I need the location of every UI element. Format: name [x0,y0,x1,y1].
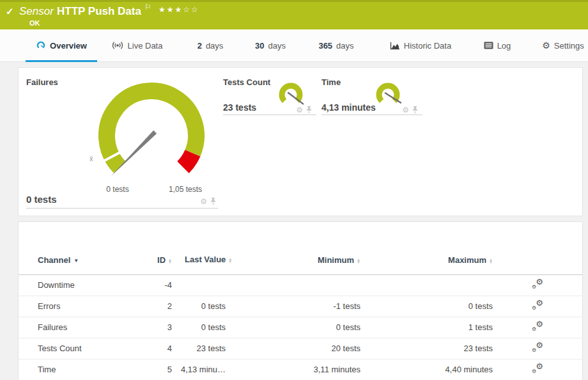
tab-historic-data[interactable]: Historic Data [386,29,455,61]
channel-settings-icon[interactable]: ⚙⚙ [532,300,543,310]
tab-label: Settings [554,41,584,51]
cell-maximum: 4,40 minutes [360,359,493,380]
col-header-channel[interactable]: Channel▼ [19,246,130,274]
gauge-settings-icon[interactable]: ⚙ [200,198,207,205]
col-header-minimum[interactable]: Minimum▲▼ [226,246,360,274]
tab-label: Overview [50,41,87,51]
pin-icon[interactable] [412,106,419,114]
col-label: ID [157,255,166,265]
tab-label: days [206,41,223,51]
tab-30-days[interactable]: 30 days [251,29,290,61]
sensor-header: ✓ Sensor HTTP Push Data ⚐ ★★★☆☆ OK [0,0,588,29]
time-gauge-chart [374,81,402,109]
cell-minimum: -1 tests [226,296,360,317]
col-header-maximum[interactable]: Maximum▲▼ [360,246,493,274]
cell-minimum: 20 tests [226,338,360,359]
cell-last-value [172,274,226,296]
status-badge: OK [29,19,40,27]
pin-icon[interactable] [210,197,217,205]
cell-id: 3 [130,317,172,338]
content-area: Failures x̄ 0 tests 1,05 tests 0 tests ⚙… [0,62,588,380]
priority-stars[interactable]: ★★★☆☆ [159,5,199,14]
cell-channel: Tests Count [19,338,130,359]
channel-settings-icon[interactable]: ⚙⚙ [532,321,543,331]
gauge-title: Tests Count [223,77,270,87]
tab-label: Log [497,41,511,51]
tab-365-days[interactable]: 365 days [314,29,358,61]
gear-icon: ⚙ [542,41,550,50]
cell-id: 2 [130,296,172,317]
tab-settings[interactable]: ⚙ Settings [542,29,584,61]
table-row: Failures 3 0 tests 0 tests 1 tests ⚙⚙ [19,317,582,338]
gauge-failures: Failures x̄ 0 tests 1,05 tests 0 tests ⚙ [26,75,218,209]
log-icon [484,42,493,49]
cell-maximum: 0 tests [360,296,493,317]
table-row: Tests Count 4 23 tests 20 tests 23 tests… [19,338,582,359]
broadcast-icon [111,41,124,50]
gauge-value: 23 tests [223,102,256,113]
gauge-settings-icon[interactable]: ⚙ [402,106,409,114]
col-label: Channel [38,255,70,265]
col-label: Minimum [318,255,354,265]
tab-2-days[interactable]: 2 days [192,29,229,61]
gauge-value: 0 tests [26,194,57,205]
col-header-id[interactable]: ID▲▼ [130,246,172,274]
gauge-time: Time 4,13 minutes ⚙ [321,75,422,115]
status-check-icon: ✓ [6,6,14,17]
channels-table: Channel▼ ID▲▼ Last Value▲▼ Minimum▲▼ Max… [19,246,582,380]
col-label: Last Value [185,255,226,264]
cell-maximum: 23 tests [360,338,493,359]
cell-maximum: 1 tests [360,317,493,338]
tab-label: Live Data [128,41,163,51]
sort-icon: ▲▼ [489,258,493,264]
chart-icon [390,42,400,50]
cell-minimum: 3,11 minutes [226,359,360,380]
channels-panel: Channel▼ ID▲▼ Last Value▲▼ Minimum▲▼ Max… [18,221,583,380]
gauge-icon [36,40,46,51]
sort-icon: ▲▼ [228,258,232,263]
tab-live-data[interactable]: Live Data [107,29,166,61]
cell-last-value: 23 tests [172,338,226,359]
gauge-value: 4,13 minutes [321,102,376,113]
tab-log[interactable]: Log [481,29,514,61]
pin-icon[interactable] [306,106,313,114]
table-header-row: Channel▼ ID▲▼ Last Value▲▼ Minimum▲▼ Max… [19,246,582,274]
channel-settings-icon[interactable]: ⚙⚙ [532,279,543,289]
cell-minimum [226,274,360,296]
tab-label: days [336,41,353,51]
failures-gauge-chart [98,82,205,189]
table-row: Time 5 4,13 minu… 3,11 minutes 4,40 minu… [19,359,582,380]
cell-channel: Downtime [19,274,130,296]
gauge-tests-count: Tests Count 23 tests ⚙ [223,75,316,115]
sort-icon: ▲▼ [357,258,360,264]
cell-maximum [360,274,493,296]
tab-number: 365 [318,41,332,51]
tests-count-gauge-chart [277,81,305,109]
cell-id: 4 [130,338,172,359]
flag-icon[interactable]: ⚐ [144,3,151,12]
cell-id: -4 [130,274,172,296]
gauge-settings-icon[interactable]: ⚙ [296,106,303,114]
page-title: HTTP Push Data [57,5,141,18]
gauge-scale-min: 0 tests [95,185,140,194]
cell-channel: Failures [19,317,130,338]
gauge-scale-max: 1,05 tests [162,185,209,194]
channel-settings-icon[interactable]: ⚙⚙ [532,342,543,352]
col-header-actions [493,246,582,274]
tab-overview[interactable]: Overview [26,29,97,61]
cell-minimum: 0 tests [226,317,360,338]
tab-bar: Overview Live Data 2 days 30 days 365 da… [0,29,588,62]
sort-caret-icon: ▼ [74,258,79,264]
cell-id: 5 [130,359,172,380]
channel-settings-icon[interactable]: ⚙⚙ [532,363,543,374]
cell-channel: Errors [19,296,130,317]
object-kind-label: Sensor [19,5,54,18]
col-header-last-value[interactable]: Last Value▲▼ [172,246,226,274]
tab-label: days [268,41,286,51]
cell-channel: Time [19,359,130,380]
gauge-title: Failures [26,77,58,87]
tab-number: 30 [255,41,264,51]
average-marker: x̄ [89,155,93,162]
gauges-panel: Failures x̄ 0 tests 1,05 tests 0 tests ⚙… [18,67,583,216]
tab-label: Historic Data [404,41,451,51]
